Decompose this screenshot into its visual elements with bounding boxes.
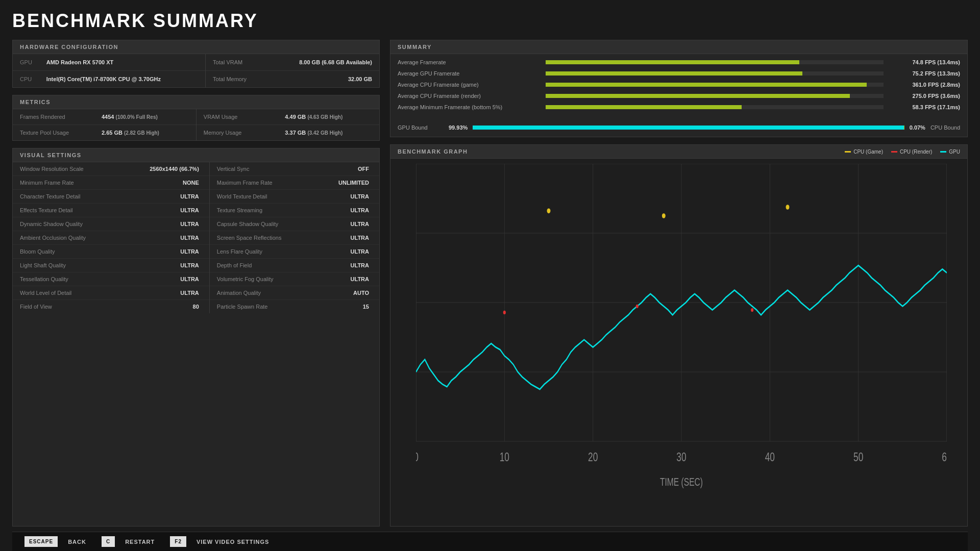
vs-value2: ULTRA [311,190,379,204]
summary-value: 58.3 FPS (17.1ms) [889,104,960,110]
vs-value2: ULTRA [311,204,379,217]
vs-row: World Level of Detail ULTRA Animation Qu… [13,286,379,300]
vs-label: Ambient Occlusion Quality [13,231,115,245]
page-title: BENCHMARK SUMMARY [12,10,968,32]
vs-label2: Lens Flare Quality [209,245,311,259]
summary-row: Average Framerate 74.8 FPS (13.4ms) [398,59,960,65]
vs-value2: ULTRA [311,245,379,259]
svg-point-29 [503,311,506,314]
svg-text:10: 10 [500,450,509,463]
footer-bar: ESCAPE BACK C RESTART F2 VIEW VIDEO SETT… [12,532,968,551]
summary-bar [546,60,884,64]
vs-label2: Vertical Sync [209,162,311,176]
graph-section: BENCHMARK GRAPH CPU (Game) CPU (Render) [390,144,968,527]
frames-value: 4454 (100.0% Full Res) [94,109,196,125]
svg-point-26 [547,208,551,213]
summary-label: Average GPU Framerate [398,70,541,77]
f2-key: F2 [170,536,186,547]
vs-label: Effects Texture Detail [13,204,115,217]
svg-text:20: 20 [588,450,598,463]
texture-label: Texture Pool Usage [13,125,94,141]
graph-title: BENCHMARK GRAPH [398,148,468,155]
cpu-label: CPU [13,71,39,88]
vs-row: Dynamic Shadow Quality ULTRA Capsule Sha… [13,217,379,231]
view-video-label: VIEW VIDEO SETTINGS [197,539,269,545]
back-label: BACK [68,539,86,545]
memory-usage-label: Memory Usage [196,125,278,141]
vs-value2: ULTRA [311,231,379,245]
vs-value2: UNLIMITED [311,176,379,190]
svg-text:60: 60 [942,450,947,463]
vram-value: 8.00 GB (6.68 GB Available) [267,54,379,71]
vs-label2: Maximum Frame Rate [209,176,311,190]
summary-value: 74.8 FPS (13.4ms) [889,59,960,65]
svg-point-30 [636,305,639,308]
memory-usage-value: 3.37 GB (3.42 GB High) [278,125,379,141]
vs-label2: Animation Quality [209,286,311,300]
vs-label2: Depth of Field [209,259,311,272]
summary-label: Average CPU Framerate (game) [398,82,541,88]
vs-row: Light Shaft Quality ULTRA Depth of Field… [13,259,379,272]
vs-row: Ambient Occlusion Quality ULTRA Screen S… [13,231,379,245]
vs-value2: 15 [311,300,379,314]
svg-text:30: 30 [676,450,686,463]
vs-label: Tessellation Quality [13,272,115,286]
svg-point-27 [662,213,666,218]
texture-value: 2.65 GB (2.82 GB High) [94,125,196,141]
summary-row: Average Minimum Framerate (bottom 5%) 58… [398,104,960,110]
cpu-render-label: CPU (Render) [900,149,932,155]
summary-label: Average Framerate [398,59,541,65]
summary-header: SUMMARY [390,40,967,54]
graph-header: BENCHMARK GRAPH CPU (Game) CPU (Render) [390,145,967,159]
frames-row: Frames Rendered 4454 (100.0% Full Res) V… [13,109,379,125]
vs-value: ULTRA [115,217,209,231]
vs-value: 80 [115,300,209,314]
vs-label2: Particle Spawn Rate [209,300,311,314]
cpu-render-icon [891,151,897,153]
restart-label: RESTART [125,539,155,545]
vs-label: Bloom Quality [13,245,115,259]
vram-usage-value: 4.49 GB (4.63 GB High) [278,109,379,125]
hardware-section-header: HARDWARE CONFIGURATION [13,40,379,54]
vs-label2: World Texture Detail [209,190,311,204]
vram-usage-label: VRAM Usage [196,109,278,125]
texture-row: Texture Pool Usage 2.65 GB (2.82 GB High… [13,125,379,141]
vs-value: ULTRA [115,259,209,272]
vs-label2: Capsule Shadow Quality [209,217,311,231]
escape-key: ESCAPE [24,536,58,547]
vs-label: Window Resolution Scale [13,162,115,176]
visual-settings-header: VISUAL SETTINGS [13,148,379,162]
graph-legend: CPU (Game) CPU (Render) GPU [845,149,960,155]
metrics-section-header: METRICS [13,95,379,109]
svg-text:0: 0 [416,450,419,463]
vs-label: Minimum Frame Rate [13,176,115,190]
cpu-game-icon [845,151,851,153]
svg-text:TIME (SEC): TIME (SEC) [660,476,703,488]
gpu-icon [940,151,946,153]
summary-bar [546,83,884,87]
vs-row: Bloom Quality ULTRA Lens Flare Quality U… [13,245,379,259]
vs-row: Character Texture Detail ULTRA World Tex… [13,190,379,204]
vs-label2: Texture Streaming [209,204,311,217]
vs-label: World Level of Detail [13,286,115,300]
bound-bar [473,126,904,130]
gpu-bound-label: GPU Bound [398,124,449,131]
visual-settings-section: VISUAL SETTINGS Window Resolution Scale … [12,148,380,527]
vs-value: NONE [115,176,209,190]
vs-row: Minimum Frame Rate NONE Maximum Frame Ra… [13,176,379,190]
frames-label: Frames Rendered [13,109,94,125]
vs-value: ULTRA [115,190,209,204]
svg-point-28 [786,205,790,210]
vs-value2: ULTRA [311,259,379,272]
gpu-label: GPU [949,149,960,155]
summary-row: Average CPU Framerate (render) 275.0 FPS… [398,93,960,99]
legend-cpu-game: CPU (Game) [845,149,883,155]
vs-label: Light Shaft Quality [13,259,115,272]
vs-value2: ULTRA [311,217,379,231]
summary-value: 275.0 FPS (3.6ms) [889,93,960,99]
gpu-row: GPU AMD Radeon RX 5700 XT Total VRAM 8.0… [13,54,379,71]
graph-area: 150 120 90 60 30 0 10 20 30 40 50 60 TIM… [390,159,967,526]
gpu-label: GPU [13,54,39,71]
vs-value: ULTRA [115,272,209,286]
vs-label: Character Texture Detail [13,190,115,204]
